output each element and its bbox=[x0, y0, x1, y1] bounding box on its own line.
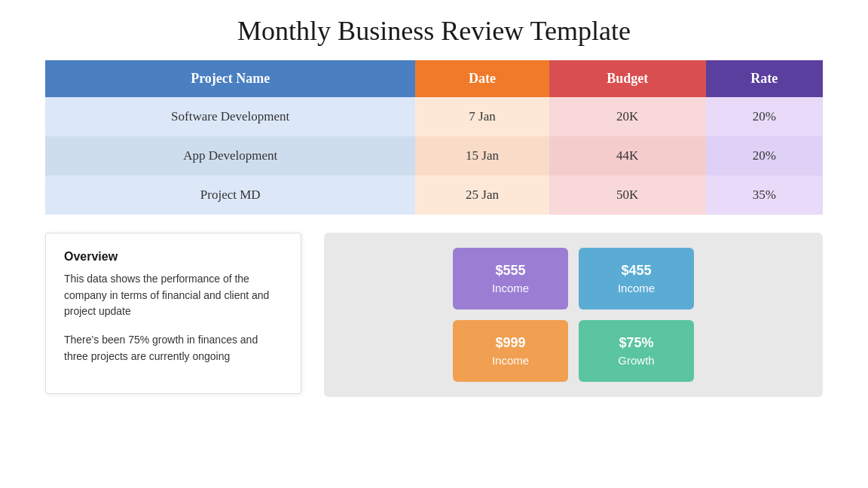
overview-paragraph2: There's been 75% growth in finances and … bbox=[64, 332, 283, 364]
stat-value-0: $555 bbox=[495, 261, 525, 280]
table-row: Project MD25 Jan50K35% bbox=[45, 175, 823, 215]
cell-name: App Development bbox=[45, 136, 415, 175]
col-header-project: Project Name bbox=[45, 60, 415, 97]
stat-value-3: $75% bbox=[619, 334, 653, 352]
stat-label-0: Income bbox=[492, 280, 529, 296]
table-row: App Development15 Jan44K20% bbox=[45, 136, 823, 175]
main-table-wrapper: Project Name Date Budget Rate Software D… bbox=[45, 60, 823, 215]
table-header-row: Project Name Date Budget Rate bbox=[45, 60, 823, 97]
cell-rate: 20% bbox=[706, 136, 823, 175]
stat-box-3: $75%Growth bbox=[579, 320, 694, 382]
cell-budget: 50K bbox=[549, 175, 706, 215]
cell-name: Project MD bbox=[45, 175, 415, 215]
page-container: Monthly Business Review Template Project… bbox=[0, 0, 868, 488]
stat-box-2: $999Income bbox=[453, 320, 568, 382]
col-header-rate: Rate bbox=[706, 60, 823, 97]
business-review-table: Project Name Date Budget Rate Software D… bbox=[45, 60, 823, 215]
stat-value-2: $999 bbox=[495, 334, 525, 352]
cell-budget: 44K bbox=[549, 136, 706, 175]
table-row: Software Development7 Jan20K20% bbox=[45, 97, 823, 136]
cell-name: Software Development bbox=[45, 97, 415, 136]
cell-rate: 35% bbox=[706, 175, 823, 215]
stat-box-0: $555Income bbox=[453, 248, 568, 310]
col-header-date: Date bbox=[415, 60, 549, 97]
bottom-section: Overview This data shows the performance… bbox=[45, 233, 823, 397]
col-header-budget: Budget bbox=[549, 60, 706, 97]
cell-rate: 20% bbox=[706, 97, 823, 136]
cell-date: 15 Jan bbox=[415, 136, 549, 175]
cell-date: 25 Jan bbox=[415, 175, 549, 215]
cell-budget: 20K bbox=[549, 97, 706, 136]
stats-card: $555Income$455Income$999Income$75%Growth bbox=[324, 233, 823, 397]
stat-label-2: Income bbox=[492, 352, 529, 368]
stats-grid: $555Income$455Income$999Income$75%Growth bbox=[453, 248, 694, 382]
stat-box-1: $455Income bbox=[579, 248, 694, 310]
stat-label-1: Income bbox=[618, 280, 655, 296]
overview-card: Overview This data shows the performance… bbox=[45, 233, 301, 394]
page-title: Monthly Business Review Template bbox=[237, 15, 631, 47]
overview-title: Overview bbox=[64, 250, 283, 264]
overview-paragraph1: This data shows the performance of the c… bbox=[64, 271, 283, 320]
cell-date: 7 Jan bbox=[415, 97, 549, 136]
stat-label-3: Growth bbox=[618, 352, 654, 368]
stat-value-1: $455 bbox=[621, 261, 651, 280]
